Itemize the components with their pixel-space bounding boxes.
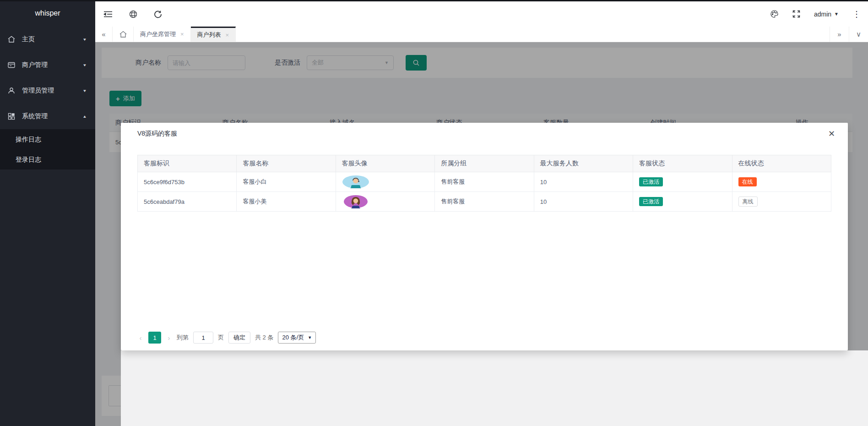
- sidebar-item-system[interactable]: 系统管理 ▲: [0, 104, 95, 129]
- sidebar-item-merchant[interactable]: 商户管理 ▼: [0, 52, 95, 78]
- sidebar: whisper 主页 ▼ 商户管理 ▼ 管理员管理 ▼: [0, 0, 95, 426]
- table-row: 5c6ce9f6d753b 客服小白: [138, 172, 831, 192]
- column-header: 所属分组: [435, 155, 534, 172]
- next-page-icon[interactable]: ›: [166, 334, 172, 342]
- agent-max-cell: 10: [534, 172, 633, 192]
- goto-label: 到第: [177, 333, 189, 342]
- topbar: admin ▼ ⋮: [95, 1, 868, 27]
- table-row: 5c6ceabdaf79a 客服小美: [138, 192, 831, 212]
- collapse-menu-icon[interactable]: [103, 11, 113, 18]
- online-badge: 在线: [738, 177, 757, 186]
- agent-group-cell: 售前客服: [435, 172, 534, 192]
- confirm-button[interactable]: 确定: [228, 332, 250, 344]
- system-icon: [7, 112, 16, 120]
- merchant-icon: [7, 61, 16, 69]
- modal-body: 客服标识 客服名称 客服头像 所属分组 最大服务人数 客服状态 在线状态 5c6…: [121, 145, 848, 212]
- user-icon: [7, 87, 16, 95]
- tabs-expand-icon[interactable]: »: [830, 27, 849, 42]
- content-area: 商户名称 是否激活 全部 ▼ + 添加 商户标识 商户名称 接入域名 商户状态 …: [95, 42, 868, 426]
- offline-badge: 离线: [738, 197, 758, 207]
- window-top-edge: [0, 0, 868, 1]
- total-count-label: 共 2 条: [255, 333, 273, 342]
- column-header: 客服名称: [237, 155, 336, 172]
- chevron-up-icon: ▲: [82, 115, 87, 119]
- current-page-button[interactable]: 1: [148, 332, 161, 344]
- brand-title: whisper: [0, 0, 95, 27]
- user-dropdown-caret-icon: ▼: [834, 11, 839, 16]
- chevron-down-icon: ▼: [82, 63, 87, 67]
- tab-merchant-seat[interactable]: 商户坐席管理 ×: [134, 27, 191, 42]
- modal-close-icon[interactable]: ✕: [828, 130, 835, 138]
- sidebar-item-login-log[interactable]: 登录日志: [0, 149, 95, 169]
- agent-id-cell: 5c6ceabdaf79a: [138, 192, 237, 212]
- tab-label: 商户列表: [197, 31, 221, 39]
- tab-label: 商户坐席管理: [140, 30, 176, 38]
- modal-pagination: ‹ 1 › 到第 页 确定 共 2 条 20 条/页 ▼: [137, 332, 316, 344]
- username-label: admin: [814, 11, 831, 18]
- agent-name-cell: 客服小美: [237, 192, 336, 212]
- tabs-dropdown-icon[interactable]: ∨: [849, 27, 868, 42]
- page-size-select[interactable]: 20 条/页 ▼: [278, 332, 316, 344]
- column-header: 客服头像: [336, 155, 434, 172]
- tabs-collapse-icon[interactable]: «: [95, 27, 113, 42]
- chevron-down-icon: ▼: [82, 38, 87, 42]
- below-modal-panel: [121, 350, 868, 426]
- user-menu[interactable]: admin ▼: [814, 11, 839, 18]
- modal-header: V8源码的客服 ✕: [121, 123, 848, 145]
- status-badge: 已激活: [639, 197, 663, 206]
- sidebar-item-label: 商户管理: [22, 61, 82, 69]
- agent-avatar-cell: [336, 172, 434, 192]
- sidebar-item-label: 系统管理: [22, 112, 82, 120]
- column-header: 最大服务人数: [534, 155, 633, 172]
- agents-table: 客服标识 客服名称 客服头像 所属分组 最大服务人数 客服状态 在线状态 5c6…: [137, 155, 831, 212]
- agent-online-cell: 离线: [732, 192, 831, 212]
- tabbar: « 商户坐席管理 × 商户列表 × » ∨: [95, 27, 868, 42]
- agent-group-cell: 售前客服: [435, 192, 534, 212]
- agent-max-cell: 10: [534, 192, 633, 212]
- sidebar-item-label: 主页: [22, 35, 82, 44]
- page-size-value: 20 条/页: [282, 333, 304, 342]
- prev-page-icon[interactable]: ‹: [137, 334, 144, 342]
- sidebar-item-home[interactable]: 主页 ▼: [0, 27, 95, 52]
- agent-status-cell: 已激活: [633, 172, 732, 192]
- agent-online-cell: 在线: [732, 172, 831, 192]
- tab-home[interactable]: [113, 27, 134, 42]
- column-header: 客服状态: [633, 155, 732, 172]
- home-icon: [7, 35, 16, 44]
- pagesize-caret-icon: ▼: [308, 335, 312, 340]
- column-header: 客服标识: [138, 155, 237, 172]
- globe-icon[interactable]: [129, 10, 137, 18]
- palette-icon[interactable]: [770, 10, 779, 18]
- modal-title: V8源码的客服: [137, 130, 177, 138]
- sidebar-item-admins[interactable]: 管理员管理 ▼: [0, 78, 95, 104]
- kebab-menu-icon[interactable]: ⋮: [852, 9, 861, 19]
- modal-overlay-left: [95, 350, 121, 426]
- agents-modal: V8源码的客服 ✕ 客服标识 客服名称 客服头像 所属分组 最大服务人数 客服状…: [121, 123, 848, 350]
- sidebar-item-operation-log[interactable]: 操作日志: [0, 129, 95, 149]
- page-number-input[interactable]: [193, 332, 213, 344]
- agent-status-cell: 已激活: [633, 192, 732, 212]
- sidebar-item-label: 管理员管理: [22, 87, 82, 95]
- agent-avatar-1: [342, 175, 434, 189]
- chevron-down-icon: ▼: [82, 89, 87, 93]
- tab-close-icon[interactable]: ×: [180, 31, 184, 38]
- refresh-icon[interactable]: [154, 10, 162, 18]
- fullscreen-icon[interactable]: [792, 10, 800, 18]
- tab-merchant-list[interactable]: 商户列表 ×: [191, 27, 236, 42]
- status-badge: 已激活: [639, 177, 663, 186]
- tab-close-icon[interactable]: ×: [226, 32, 229, 38]
- home-tab-icon: [119, 30, 127, 38]
- sidebar-submenu: 操作日志 登录日志: [0, 129, 95, 169]
- agent-avatar-2: [342, 194, 434, 209]
- agent-avatar-cell: [336, 192, 434, 212]
- agent-id-cell: 5c6ce9f6d753b: [138, 172, 237, 192]
- agent-name-cell: 客服小白: [237, 172, 336, 192]
- column-header: 在线状态: [732, 155, 831, 172]
- page-suffix-label: 页: [218, 333, 224, 342]
